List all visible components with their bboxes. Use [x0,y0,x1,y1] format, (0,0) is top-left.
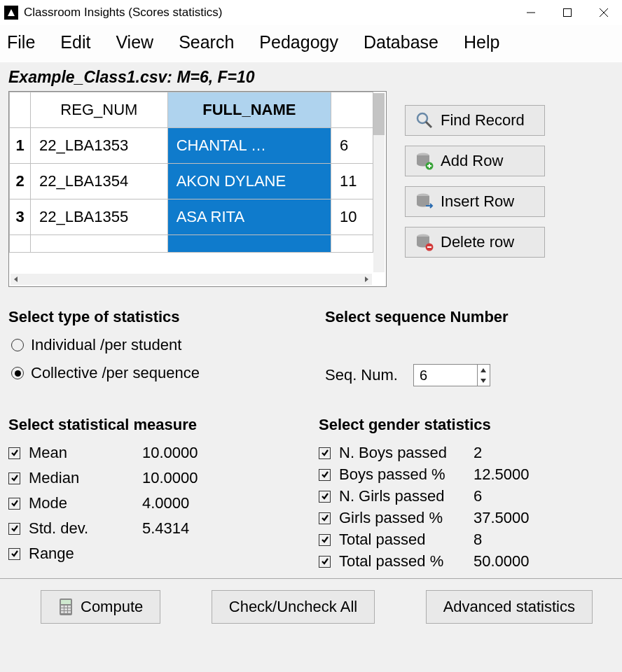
gender-value: 12.5000 [474,465,530,484]
checkbox-icon[interactable] [319,447,331,459]
gender-title: Select gender statistics [319,416,614,434]
find-record-button[interactable]: Find Record [405,105,545,136]
gender-row: N. Girls passed6 [319,487,614,505]
measure-value: 10.0000 [142,469,198,487]
measure-row: Std. dev.5.4314 [8,519,303,538]
insert-row-button[interactable]: Insert Row [405,186,545,217]
checkbox-icon[interactable] [8,447,20,459]
checkbox-icon[interactable] [319,491,331,503]
checkbox-icon[interactable] [319,512,331,524]
radio-individual[interactable]: Individual /per student [11,336,297,354]
menu-database[interactable]: Database [364,32,438,52]
svg-rect-18 [68,608,71,610]
svg-rect-12 [61,600,71,604]
measure-row: Range [8,545,303,563]
spinner-up-icon[interactable] [478,365,490,375]
checkbox-icon[interactable] [319,556,331,568]
gender-row: Boys passed %12.5000 [319,465,614,484]
delete-row-button[interactable]: Delete row [405,227,545,258]
calculator-icon [58,598,74,616]
add-row-button[interactable]: Add Row [405,146,545,176]
gender-label: N. Girls passed [339,487,465,505]
svg-rect-17 [64,608,67,610]
svg-rect-20 [64,611,67,613]
measure-value: 5.4314 [142,519,189,538]
svg-rect-21 [68,611,71,613]
menu-help[interactable]: Help [464,32,499,52]
col-regnum[interactable]: REG_NUM [31,92,168,128]
checkbox-icon[interactable] [8,548,20,560]
radio-collective[interactable]: Collective /per sequence [11,364,297,382]
gender-label: N. Boys passed [339,444,465,462]
gender-row: Total passed8 [319,531,614,549]
gender-row: Girls passed %37.5000 [319,509,614,527]
measure-label: Mode [29,494,134,512]
measure-label: Mean [29,444,134,462]
gender-value: 50.0000 [474,552,530,570]
checkbox-icon[interactable] [319,469,331,481]
file-summary: Example_Class1.csv: M=6, F=10 [8,68,614,87]
measure-row: Median10.0000 [8,469,303,487]
measure-value: 10.0000 [142,444,198,462]
window-title: Classroom Insights (Scores statistics) [24,6,222,20]
menu-pedagogy[interactable]: Pedagogy [259,32,338,52]
gender-row: Total passed %50.0000 [319,552,614,570]
gender-value: 37.5000 [474,509,530,527]
menu-view[interactable]: View [116,32,153,52]
seq-spinner[interactable]: 6 [413,364,490,386]
menu-search[interactable]: Search [179,32,234,52]
type-stats-title: Select type of statistics [8,308,297,326]
menubar: File Edit View Search Pedagogy Database … [0,25,622,62]
svg-rect-15 [68,606,71,608]
measure-row: Mean10.0000 [8,444,303,462]
table-row[interactable] [10,235,373,253]
checkbox-icon[interactable] [8,523,20,535]
db-insert-icon [415,192,434,211]
svg-rect-16 [61,608,64,610]
gender-value: 8 [474,531,482,549]
measure-label: Std. dev. [29,519,134,538]
maximize-button[interactable] [549,1,586,24]
spinner-down-icon[interactable] [478,375,490,386]
titlebar: Classroom Insights (Scores statistics) [0,0,622,25]
search-icon [415,111,434,130]
checkbox-icon[interactable] [8,498,20,510]
table-row[interactable]: 1 22_LBA1353 CHANTAL … 6 [10,128,373,164]
data-table[interactable]: REG_NUM FULL_NAME 1 22_LBA1353 CHANTAL …… [8,91,387,287]
app-icon [4,6,18,20]
measure-label: Median [29,469,134,487]
seq-title: Select sequence Number [325,308,614,326]
compute-button[interactable]: Compute [41,590,160,624]
measures-title: Select statistical measure [8,416,303,434]
gender-label: Total passed [339,531,465,549]
svg-line-5 [426,122,431,127]
table-row[interactable]: 2 22_LBA1354 AKON DYLANE 11 [10,164,373,200]
gender-row: N. Boys passed2 [319,444,614,462]
svg-rect-13 [61,606,64,608]
col-fullname[interactable]: FULL_NAME [167,92,331,128]
menu-file[interactable]: File [7,32,35,52]
svg-rect-1 [564,9,572,17]
measure-value: 4.0000 [142,494,189,512]
checkbox-icon[interactable] [8,472,20,484]
db-delete-icon [415,233,434,251]
col-score[interactable] [331,92,373,128]
vertical-scrollbar[interactable] [373,93,385,272]
gender-label: Girls passed % [339,509,465,527]
gender-label: Total passed % [339,552,465,570]
table-row[interactable]: 3 22_LBA1355 ASA RITA 10 [10,200,373,235]
menu-edit[interactable]: Edit [60,32,90,52]
check-uncheck-button[interactable]: Check/Uncheck All [212,590,375,624]
checkbox-icon[interactable] [319,534,331,546]
db-add-icon [415,152,434,170]
gender-value: 6 [474,487,482,505]
close-button[interactable] [586,1,622,24]
advanced-stats-button[interactable]: Advanced statistics [426,590,593,624]
gender-value: 2 [474,444,482,462]
svg-point-4 [417,113,427,123]
gender-label: Boys passed % [339,465,465,484]
svg-rect-14 [64,606,67,608]
measure-label: Range [29,545,134,563]
minimize-button[interactable] [513,1,549,24]
horizontal-scrollbar[interactable] [11,274,372,285]
